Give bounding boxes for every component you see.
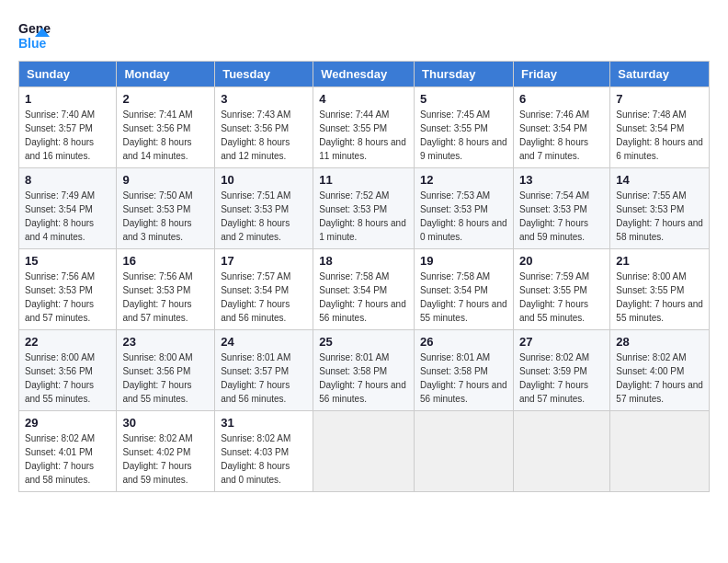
table-row bbox=[610, 411, 710, 492]
daylight-text: Daylight: 8 hours and 0 minutes. bbox=[221, 461, 290, 485]
table-row: 31 Sunrise: 8:02 AM Sunset: 4:03 PM Dayl… bbox=[215, 411, 313, 492]
daylight-text: Daylight: 8 hours and 4 minutes. bbox=[25, 218, 94, 242]
col-wednesday: Wednesday bbox=[313, 62, 415, 87]
sunset-text: Sunset: 3:57 PM bbox=[221, 366, 289, 376]
sunrise-text: Sunrise: 8:02 AM bbox=[616, 352, 686, 362]
daylight-text: Daylight: 8 hours and 11 minutes. bbox=[319, 137, 406, 161]
day-info: Sunrise: 8:00 AM Sunset: 3:56 PM Dayligh… bbox=[25, 350, 110, 406]
sunrise-text: Sunrise: 7:51 AM bbox=[221, 190, 290, 201]
day-number: 5 bbox=[420, 92, 507, 106]
daylight-text: Daylight: 7 hours and 55 minutes. bbox=[519, 299, 588, 323]
daylight-text: Daylight: 7 hours and 56 minutes. bbox=[420, 380, 507, 404]
sunset-text: Sunset: 4:01 PM bbox=[25, 447, 93, 457]
table-row: 20 Sunrise: 7:59 AM Sunset: 3:55 PM Dayl… bbox=[513, 249, 609, 330]
daylight-text: Daylight: 7 hours and 56 minutes. bbox=[319, 380, 406, 404]
sunset-text: Sunset: 3:57 PM bbox=[25, 123, 93, 133]
day-info: Sunrise: 8:01 AM Sunset: 3:57 PM Dayligh… bbox=[221, 350, 307, 406]
table-row: 1 Sunrise: 7:40 AM Sunset: 3:57 PM Dayli… bbox=[19, 87, 117, 168]
day-info: Sunrise: 7:56 AM Sunset: 3:53 PM Dayligh… bbox=[122, 270, 209, 325]
table-row: 10 Sunrise: 7:51 AM Sunset: 3:53 PM Dayl… bbox=[215, 168, 313, 249]
daylight-text: Daylight: 7 hours and 55 minutes. bbox=[25, 380, 94, 404]
daylight-text: Daylight: 7 hours and 55 minutes. bbox=[420, 299, 507, 323]
sunrise-text: Sunrise: 7:44 AM bbox=[319, 109, 389, 120]
day-number: 21 bbox=[616, 254, 703, 268]
sunrise-text: Sunrise: 8:00 AM bbox=[616, 271, 686, 282]
sunset-text: Sunset: 3:53 PM bbox=[25, 285, 93, 295]
sunrise-text: Sunrise: 8:01 AM bbox=[420, 352, 490, 362]
day-info: Sunrise: 7:52 AM Sunset: 3:53 PM Dayligh… bbox=[319, 189, 408, 244]
daylight-text: Daylight: 8 hours and 9 minutes. bbox=[420, 137, 507, 161]
daylight-text: Daylight: 8 hours and 7 minutes. bbox=[519, 137, 588, 161]
sunset-text: Sunset: 3:53 PM bbox=[319, 204, 387, 214]
table-row bbox=[313, 411, 415, 492]
sunset-text: Sunset: 3:53 PM bbox=[519, 204, 587, 214]
sunset-text: Sunset: 3:54 PM bbox=[420, 285, 488, 295]
day-number: 13 bbox=[519, 173, 604, 187]
day-number: 16 bbox=[122, 254, 209, 268]
sunset-text: Sunset: 4:02 PM bbox=[122, 447, 190, 457]
day-info: Sunrise: 7:43 AM Sunset: 3:56 PM Dayligh… bbox=[221, 108, 307, 163]
daylight-text: Daylight: 7 hours and 58 minutes. bbox=[616, 218, 703, 242]
day-number: 30 bbox=[122, 416, 209, 430]
day-number: 23 bbox=[122, 335, 209, 349]
sunrise-text: Sunrise: 7:48 AM bbox=[616, 109, 686, 120]
table-row: 4 Sunrise: 7:44 AM Sunset: 3:55 PM Dayli… bbox=[313, 87, 415, 168]
daylight-text: Daylight: 7 hours and 59 minutes. bbox=[122, 461, 191, 485]
sunset-text: Sunset: 3:56 PM bbox=[25, 366, 93, 376]
col-saturday: Saturday bbox=[610, 62, 710, 87]
day-number: 6 bbox=[519, 92, 604, 106]
sunrise-text: Sunrise: 7:41 AM bbox=[122, 109, 192, 120]
day-number: 11 bbox=[319, 173, 408, 187]
daylight-text: Daylight: 8 hours and 16 minutes. bbox=[25, 137, 94, 161]
day-number: 31 bbox=[221, 416, 307, 430]
calendar-week-row: 22 Sunrise: 8:00 AM Sunset: 3:56 PM Dayl… bbox=[19, 330, 710, 411]
daylight-text: Daylight: 8 hours and 3 minutes. bbox=[122, 218, 191, 242]
table-row: 2 Sunrise: 7:41 AM Sunset: 3:56 PM Dayli… bbox=[117, 87, 215, 168]
day-number: 20 bbox=[519, 254, 604, 268]
day-info: Sunrise: 7:58 AM Sunset: 3:54 PM Dayligh… bbox=[319, 270, 408, 325]
sunrise-text: Sunrise: 7:50 AM bbox=[122, 190, 192, 201]
day-number: 15 bbox=[25, 254, 110, 268]
day-number: 24 bbox=[221, 335, 307, 349]
table-row: 14 Sunrise: 7:55 AM Sunset: 3:53 PM Dayl… bbox=[610, 168, 710, 249]
daylight-text: Daylight: 8 hours and 0 minutes. bbox=[420, 218, 507, 242]
sunrise-text: Sunrise: 8:01 AM bbox=[221, 352, 290, 362]
day-info: Sunrise: 7:55 AM Sunset: 3:53 PM Dayligh… bbox=[616, 189, 703, 244]
day-info: Sunrise: 7:54 AM Sunset: 3:53 PM Dayligh… bbox=[519, 189, 604, 244]
sunrise-text: Sunrise: 7:40 AM bbox=[25, 109, 95, 120]
col-monday: Monday bbox=[117, 62, 215, 87]
sunset-text: Sunset: 3:54 PM bbox=[221, 285, 289, 295]
col-thursday: Thursday bbox=[415, 62, 514, 87]
table-row: 16 Sunrise: 7:56 AM Sunset: 3:53 PM Dayl… bbox=[117, 249, 215, 330]
day-info: Sunrise: 7:49 AM Sunset: 3:54 PM Dayligh… bbox=[25, 189, 110, 244]
sunrise-text: Sunrise: 7:58 AM bbox=[319, 271, 389, 282]
day-info: Sunrise: 8:02 AM Sunset: 4:00 PM Dayligh… bbox=[616, 350, 703, 406]
sunrise-text: Sunrise: 8:02 AM bbox=[519, 352, 589, 362]
logo-icon: General Blue bbox=[18, 18, 51, 52]
daylight-text: Daylight: 7 hours and 56 minutes. bbox=[221, 299, 290, 323]
col-friday: Friday bbox=[513, 62, 609, 87]
day-info: Sunrise: 7:45 AM Sunset: 3:55 PM Dayligh… bbox=[420, 108, 507, 163]
day-info: Sunrise: 8:01 AM Sunset: 3:58 PM Dayligh… bbox=[420, 350, 507, 406]
day-number: 4 bbox=[319, 92, 408, 106]
daylight-text: Daylight: 7 hours and 56 minutes. bbox=[319, 299, 406, 323]
day-info: Sunrise: 7:58 AM Sunset: 3:54 PM Dayligh… bbox=[420, 270, 507, 325]
day-info: Sunrise: 7:53 AM Sunset: 3:53 PM Dayligh… bbox=[420, 189, 507, 244]
table-row: 19 Sunrise: 7:58 AM Sunset: 3:54 PM Dayl… bbox=[415, 249, 514, 330]
sunset-text: Sunset: 4:03 PM bbox=[221, 447, 289, 457]
sunrise-text: Sunrise: 7:52 AM bbox=[319, 190, 389, 201]
calendar-table: Sunday Monday Tuesday Wednesday Thursday… bbox=[18, 61, 710, 492]
day-number: 3 bbox=[221, 92, 307, 106]
daylight-text: Daylight: 7 hours and 59 minutes. bbox=[519, 218, 588, 242]
day-number: 14 bbox=[616, 173, 703, 187]
day-info: Sunrise: 8:01 AM Sunset: 3:58 PM Dayligh… bbox=[319, 350, 408, 406]
page-header: General Blue bbox=[18, 18, 710, 52]
sunset-text: Sunset: 3:59 PM bbox=[519, 366, 587, 376]
table-row: 7 Sunrise: 7:48 AM Sunset: 3:54 PM Dayli… bbox=[610, 87, 710, 168]
calendar-week-row: 8 Sunrise: 7:49 AM Sunset: 3:54 PM Dayli… bbox=[19, 168, 710, 249]
daylight-text: Daylight: 8 hours and 1 minute. bbox=[319, 218, 406, 242]
sunrise-text: Sunrise: 7:43 AM bbox=[221, 109, 290, 120]
sunrise-text: Sunrise: 8:00 AM bbox=[122, 352, 192, 362]
sunrise-text: Sunrise: 7:45 AM bbox=[420, 109, 490, 120]
sunrise-text: Sunrise: 7:49 AM bbox=[25, 190, 95, 201]
